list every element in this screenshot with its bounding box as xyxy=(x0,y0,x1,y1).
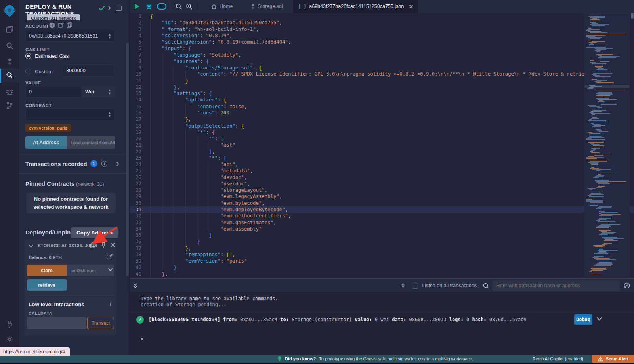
tip-bold: Did you know? xyxy=(285,356,316,361)
expand-args-chevron-icon[interactable] xyxy=(108,268,113,271)
gas-custom-input[interactable]: 3000000 xyxy=(63,65,115,76)
debugger-icon[interactable] xyxy=(0,84,19,99)
edit-account-icon[interactable] xyxy=(58,22,64,28)
clear-console-icon[interactable] xyxy=(624,282,630,289)
pin-panel-icon[interactable] xyxy=(116,6,122,11)
low-level-info-icon[interactable]: i xyxy=(110,301,111,307)
terminal: 0 Listen on all transactions Type the li… xyxy=(130,277,634,355)
expand-chevron-icon[interactable] xyxy=(116,161,119,167)
value-unit-select[interactable]: Wei▲▼ xyxy=(82,86,115,97)
tab-home[interactable]: Home xyxy=(206,0,237,13)
code-line: 8"sources": { xyxy=(130,58,634,65)
code-line: 24"abi", xyxy=(130,161,634,168)
code-line: 17}, xyxy=(130,116,634,122)
terminal-line: Type the library name to see available c… xyxy=(141,296,278,301)
collapse-chevron-icon[interactable] xyxy=(29,244,33,248)
panel-scrollbar-thumb[interactable] xyxy=(126,43,129,276)
filter-input[interactable] xyxy=(492,280,620,291)
calldata-input[interactable] xyxy=(27,317,86,329)
remix-ide: DEPLOY & RUNTRANSACTIONS Custom (31) net… xyxy=(0,0,634,364)
code-line: 39"evmVersion": "paris" xyxy=(130,258,634,264)
code-line: 34"evm.assembly" xyxy=(130,226,634,232)
search-icon[interactable] xyxy=(0,38,19,53)
code-area[interactable]: 1{2"id": "a69b43f277ba20fcac141151250ca7… xyxy=(130,13,634,277)
transaction-log-row[interactable]: ✓ [block:5583405 txIndex:4] from: 0xa03.… xyxy=(130,312,634,326)
transact-button[interactable]: Transact xyxy=(87,317,114,329)
code-line: 9"contracts/Storage.sol": { xyxy=(130,65,634,71)
code-line: 26"devdoc", xyxy=(130,174,634,181)
contract-label: CONTRACT xyxy=(25,103,52,108)
transactions-recorded[interactable]: Transactions recorded1i xyxy=(25,160,119,167)
code-line: 14"optimizer": { xyxy=(130,97,634,103)
icon-rail xyxy=(0,0,19,355)
divider xyxy=(19,173,126,174)
gas-limit-label: GAS LIMIT xyxy=(25,47,50,52)
load-contract-input[interactable]: Load contract from Addr xyxy=(67,136,115,149)
ai-assistant-icon[interactable] xyxy=(143,0,155,13)
code-line: 40} xyxy=(130,264,634,271)
code-line: 27"userdoc", xyxy=(130,181,634,187)
chevron-right-icon[interactable] xyxy=(108,6,111,10)
code-line: 3"_format": "hh-sol-build-info-1", xyxy=(130,26,634,32)
terminal-prompt[interactable]: > xyxy=(141,336,144,342)
tab-json-active[interactable]: { } a69b43f277ba20fcac141151250ca755.jso… xyxy=(293,0,418,13)
file-explorer-icon[interactable] xyxy=(0,22,19,36)
listen-label: Listen on all transactions xyxy=(422,283,477,288)
copilot-status[interactable]: RemixAI Copilot (enabled) xyxy=(533,356,583,361)
code-line: 11} xyxy=(130,78,634,84)
at-address-button[interactable]: At Address xyxy=(25,136,67,149)
tab-storage-sol[interactable]: Storage.sol xyxy=(246,0,287,13)
code-line: 38"remappings": [], xyxy=(130,252,634,258)
divider xyxy=(19,155,126,155)
code-line: 12}, xyxy=(130,84,634,90)
contract-select[interactable]: ▲▼ xyxy=(25,109,115,120)
store-arg-input[interactable]: uint256 num xyxy=(67,265,114,276)
deploy-panel: DEPLOY & RUNTRANSACTIONS Custom (31) net… xyxy=(19,0,126,355)
retrieve-button[interactable]: retrieve xyxy=(27,279,67,291)
copy-account-icon[interactable] xyxy=(67,22,72,28)
zoom-in-icon[interactable] xyxy=(184,0,194,13)
collapse-terminal-icon[interactable] xyxy=(133,283,138,289)
edit-balance-icon[interactable] xyxy=(107,254,113,260)
url-status-tooltip: https://remix.ethereum.org/# xyxy=(0,347,70,356)
expand-log-chevron-icon[interactable] xyxy=(596,317,602,321)
run-script-icon[interactable] xyxy=(131,0,143,13)
add-account-icon[interactable] xyxy=(49,22,55,28)
listen-checkbox[interactable] xyxy=(412,283,418,289)
code-line: 6"input": { xyxy=(130,45,634,51)
zoom-out-icon[interactable] xyxy=(174,0,184,13)
scam-alert-button[interactable]: Scam Alert xyxy=(592,355,634,363)
info-icon[interactable]: i xyxy=(101,161,107,167)
divider xyxy=(171,2,171,10)
lightbulb-icon xyxy=(277,356,282,362)
account-select[interactable]: 0xA03...85ac4 (0.39866531531 ▲▼ xyxy=(25,30,115,42)
solidity-file-icon xyxy=(251,4,255,9)
code-line: 7"language": "Solidity", xyxy=(130,52,634,58)
radio-selected-icon xyxy=(25,53,31,59)
remix-logo-icon[interactable] xyxy=(0,2,19,19)
solidity-compiler-icon[interactable] xyxy=(0,54,19,69)
code-line: 20"": [ xyxy=(130,135,634,142)
terminal-line: creation of Storage pending... xyxy=(141,302,227,307)
settings-icon[interactable] xyxy=(0,332,19,346)
code-line: 32"evm.methodIdentifiers", xyxy=(130,213,634,219)
value-input[interactable]: 0 xyxy=(25,86,82,97)
plugin-manager-icon[interactable] xyxy=(0,317,19,331)
deploy-run-icon[interactable] xyxy=(0,69,19,83)
pinned-empty-message: No pinned contracts found forselected wo… xyxy=(26,193,116,213)
store-button[interactable]: store xyxy=(27,265,67,276)
low-level-title: Low level interactions xyxy=(29,301,84,307)
code-line: 33"evm.gasEstimates", xyxy=(130,219,634,226)
code-line: 37}, xyxy=(130,245,634,252)
gas-custom-radio[interactable]: Custom xyxy=(25,66,53,78)
code-line: 25"metadata", xyxy=(130,168,634,174)
terminal-search-icon xyxy=(483,283,489,289)
editor-toolbar: Home Storage.sol { } a69b43f277ba20fcac1… xyxy=(130,0,634,13)
debug-button[interactable]: Debug xyxy=(574,314,592,325)
copilot-toggle-icon[interactable] xyxy=(155,0,168,13)
editor-scrollbar-thumb[interactable] xyxy=(631,13,634,19)
git-icon[interactable] xyxy=(0,98,19,112)
close-tab-icon[interactable] xyxy=(409,4,413,9)
minimap[interactable] xyxy=(584,13,630,277)
gas-estimated-radio[interactable]: Estimated Gas xyxy=(25,53,69,59)
